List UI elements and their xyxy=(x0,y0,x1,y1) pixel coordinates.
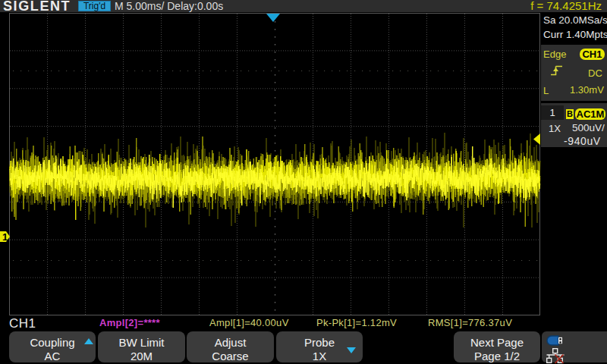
svg-text:1: 1 xyxy=(2,231,8,243)
